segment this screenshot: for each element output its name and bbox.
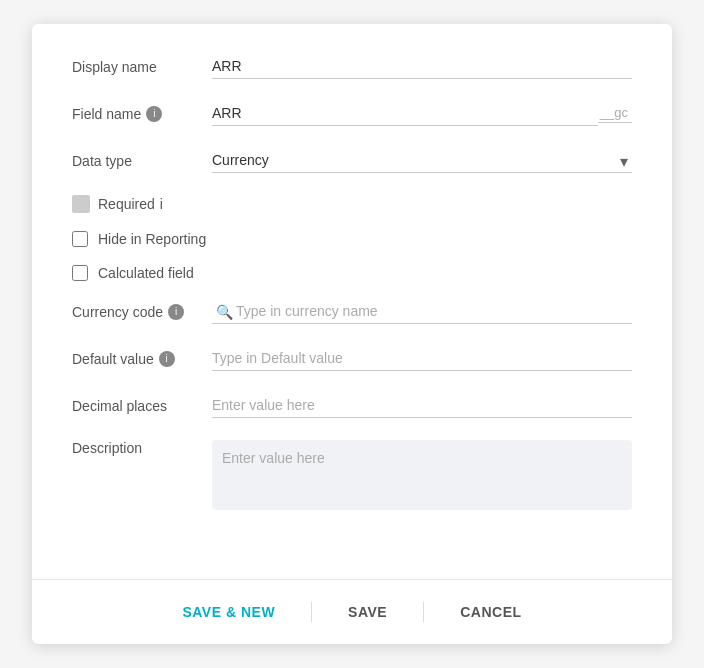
decimal-places-row: Decimal places xyxy=(72,393,632,418)
calculated-field-label: Calculated field xyxy=(98,265,194,281)
required-info-icon[interactable]: i xyxy=(160,196,163,212)
currency-code-label: Currency code i xyxy=(72,304,212,320)
default-value-field xyxy=(212,346,632,371)
data-type-field: Currency Text Number Date Boolean ▾ xyxy=(212,148,632,173)
save-new-button[interactable]: SAVE & NEW xyxy=(170,596,287,628)
calculated-field-checkbox[interactable] xyxy=(72,265,88,281)
field-name-input-row: __gc xyxy=(212,101,632,126)
required-checkbox[interactable] xyxy=(72,195,90,213)
dialog: Display name Field name i __gc xyxy=(32,24,672,644)
display-name-field xyxy=(212,54,632,79)
currency-code-input[interactable] xyxy=(212,299,632,324)
field-name-row: Field name i __gc xyxy=(72,101,632,126)
footer-divider-2 xyxy=(423,602,424,622)
currency-code-search-wrapper: 🔍 xyxy=(212,299,632,324)
decimal-places-input[interactable] xyxy=(212,393,632,418)
display-name-input[interactable] xyxy=(212,54,632,79)
hide-in-reporting-checkbox[interactable] xyxy=(72,231,88,247)
description-textarea[interactable] xyxy=(212,440,632,510)
dialog-body: Display name Field name i __gc xyxy=(32,24,672,579)
calculated-field-row: Calculated field xyxy=(72,265,632,281)
save-button[interactable]: SAVE xyxy=(336,596,399,628)
description-row: Description xyxy=(72,440,632,513)
currency-code-row: Currency code i 🔍 xyxy=(72,299,632,324)
default-value-info-icon[interactable]: i xyxy=(159,351,175,367)
field-name-field: __gc xyxy=(212,101,632,126)
currency-code-info-icon[interactable]: i xyxy=(168,304,184,320)
field-name-label: Field name i xyxy=(72,106,212,122)
decimal-places-field xyxy=(212,393,632,418)
data-type-row: Data type Currency Text Number Date Bool… xyxy=(72,148,632,173)
search-icon: 🔍 xyxy=(216,304,233,320)
data-type-select[interactable]: Currency Text Number Date Boolean xyxy=(212,148,632,173)
cancel-button[interactable]: CANCEL xyxy=(448,596,533,628)
dialog-footer: SAVE & NEW SAVE CANCEL xyxy=(32,579,672,644)
description-label: Description xyxy=(72,440,212,456)
required-row: Required i xyxy=(72,195,632,213)
currency-code-field: 🔍 xyxy=(212,299,632,324)
field-name-suffix: __gc xyxy=(598,105,632,123)
footer-divider xyxy=(311,602,312,622)
hide-in-reporting-row: Hide in Reporting xyxy=(72,231,632,247)
hide-in-reporting-label: Hide in Reporting xyxy=(98,231,206,247)
default-value-row: Default value i xyxy=(72,346,632,371)
field-name-info-icon[interactable]: i xyxy=(146,106,162,122)
description-field xyxy=(212,440,632,513)
data-type-label: Data type xyxy=(72,153,212,169)
decimal-places-label: Decimal places xyxy=(72,398,212,414)
default-value-label: Default value i xyxy=(72,351,212,367)
display-name-row: Display name xyxy=(72,54,632,79)
field-name-input[interactable] xyxy=(212,101,598,126)
required-label: Required i xyxy=(98,196,163,212)
data-type-select-wrapper: Currency Text Number Date Boolean ▾ xyxy=(212,148,632,173)
default-value-input[interactable] xyxy=(212,346,632,371)
display-name-label: Display name xyxy=(72,59,212,75)
